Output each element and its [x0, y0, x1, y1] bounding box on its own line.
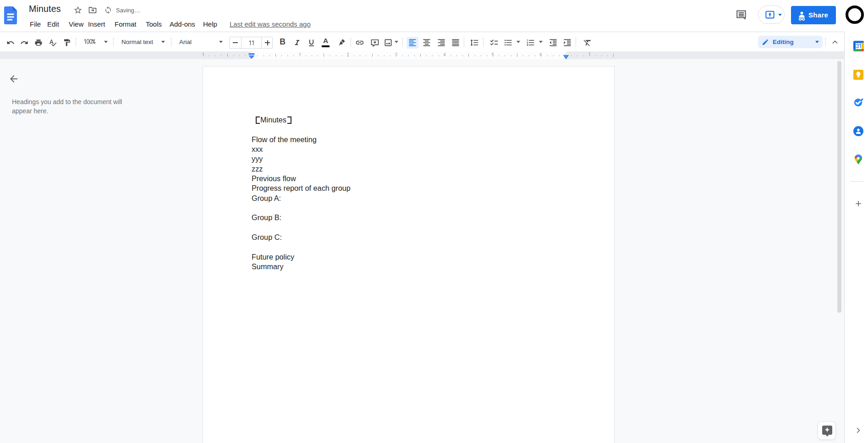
insert-image-icon[interactable] — [384, 38, 393, 47]
menu-tools[interactable]: Tools — [146, 19, 162, 30]
ruler-tick — [360, 55, 360, 57]
checklist-icon[interactable] — [489, 38, 499, 47]
ruler-tick — [269, 55, 270, 57]
font-caret-icon[interactable] — [219, 41, 223, 43]
decrease-indent-icon[interactable] — [549, 38, 558, 47]
explore-button[interactable] — [818, 421, 836, 440]
align-center-icon[interactable] — [422, 38, 431, 47]
last-edit-link[interactable]: Last edit was seconds ago — [230, 19, 311, 29]
ruler-tick — [414, 55, 415, 57]
ruler-margin-number — [202, 53, 204, 56]
account-avatar[interactable] — [846, 6, 864, 24]
document-line[interactable]: yyy — [252, 154, 351, 164]
document-line[interactable]: Group B: — [252, 213, 351, 222]
document-line[interactable]: Flow of the meeting — [252, 135, 351, 144]
align-left-icon[interactable] — [408, 38, 417, 47]
menu-help[interactable]: Help — [203, 19, 217, 30]
insert-link-icon[interactable] — [355, 38, 364, 47]
document-line[interactable]: Summary — [252, 262, 351, 271]
bulleted-list-icon[interactable] — [504, 38, 513, 47]
document-title[interactable]: Minutes — [29, 4, 61, 14]
document-line[interactable]: Future policy — [252, 252, 351, 262]
zoom-select[interactable] — [83, 39, 96, 44]
line-spacing-icon[interactable] — [470, 38, 479, 47]
font-select[interactable]: Arial — [179, 32, 192, 52]
font-size-decrease-button[interactable] — [230, 37, 241, 48]
bold-icon[interactable]: B — [279, 38, 286, 46]
bulleted-list-caret-icon[interactable] — [516, 41, 520, 43]
collapse-toolbar-icon[interactable] — [831, 38, 839, 46]
ruler-tick — [577, 55, 577, 57]
hide-side-panel-icon[interactable] — [854, 426, 862, 434]
document-line[interactable]: zzz — [252, 164, 351, 174]
document-line[interactable] — [252, 125, 351, 134]
numbered-list-caret-icon[interactable] — [539, 41, 543, 43]
comments-icon[interactable] — [736, 10, 747, 20]
ruler-tick — [209, 55, 209, 57]
document-line[interactable]: Minutes — [252, 115, 351, 125]
ruler-tick — [426, 55, 427, 57]
ruler-tick — [287, 55, 288, 57]
paint-format-icon[interactable] — [63, 39, 71, 47]
google-tasks-icon[interactable] — [853, 98, 864, 107]
google-keep-icon[interactable] — [853, 70, 863, 80]
side-panel-divider — [850, 181, 863, 182]
highlight-icon[interactable] — [338, 39, 346, 46]
ruler-tick — [257, 55, 258, 57]
close-outline-icon[interactable] — [8, 73, 19, 84]
google-maps-icon[interactable] — [855, 155, 862, 164]
text-color-button[interactable]: A — [322, 39, 330, 47]
ruler-tick — [595, 55, 596, 57]
numbered-list-icon[interactable] — [526, 38, 535, 47]
document-line[interactable]: xxx — [252, 144, 351, 154]
add-comment-icon[interactable] — [370, 38, 379, 47]
paragraph-style-select[interactable]: Normal text — [121, 32, 153, 52]
document-line[interactable]: Group C: — [252, 233, 351, 242]
menu-view[interactable]: View — [69, 19, 83, 30]
align-justify-icon[interactable] — [451, 38, 460, 47]
google-calendar-icon[interactable] — [853, 41, 864, 51]
undo-icon[interactable] — [6, 39, 15, 47]
document-line[interactable]: Group A: — [252, 194, 351, 203]
zoom-caret-icon[interactable] — [104, 41, 108, 43]
left-indent-marker[interactable] — [248, 53, 255, 59]
move-folder-icon[interactable] — [88, 6, 97, 15]
font-size-increase-button[interactable] — [262, 37, 273, 48]
document-line[interactable]: Previous flow — [252, 174, 351, 183]
menu-insert[interactable]: Insert — [88, 19, 105, 30]
document-line[interactable] — [252, 242, 351, 252]
clear-formatting-icon[interactable] — [583, 38, 592, 47]
menu-edit[interactable]: Edit — [47, 19, 59, 30]
menu-addons[interactable]: Add-ons — [170, 19, 195, 30]
left-lenticular-bracket — [256, 116, 260, 124]
right-indent-marker[interactable] — [563, 55, 569, 60]
document-line[interactable] — [252, 203, 351, 213]
align-right-icon[interactable] — [437, 38, 446, 47]
font-size-input[interactable] — [241, 37, 261, 48]
share-button[interactable]: Share — [791, 6, 836, 24]
document-page[interactable]: Minutes Flow of the meetingxxxyyyzzzPrev… — [203, 66, 615, 443]
menu-format[interactable]: Format — [115, 19, 137, 30]
vertical-scrollbar[interactable] — [837, 61, 841, 313]
spellcheck-icon[interactable] — [49, 39, 57, 47]
document-line[interactable]: Progress report of each group — [252, 183, 351, 193]
menu-file[interactable]: File — [30, 19, 41, 30]
google-contacts-icon[interactable] — [853, 126, 863, 136]
document-line[interactable] — [252, 223, 351, 233]
toolbar-divider — [576, 37, 576, 47]
ruler[interactable] — [0, 51, 844, 59]
increase-indent-icon[interactable] — [563, 38, 572, 47]
redo-icon[interactable] — [20, 39, 28, 47]
mode-editing-button[interactable]: Editing — [758, 36, 823, 48]
italic-icon[interactable] — [293, 39, 302, 47]
ruler-tick — [529, 55, 529, 57]
present-button[interactable] — [758, 6, 785, 24]
star-icon[interactable] — [73, 6, 82, 15]
ruler-tick — [499, 55, 499, 57]
underline-icon[interactable] — [307, 39, 316, 47]
get-addons-icon[interactable] — [854, 199, 863, 208]
image-caret-icon[interactable] — [395, 41, 398, 43]
ruler-tick — [481, 55, 481, 57]
paragraph-style-caret-icon[interactable] — [161, 41, 165, 43]
print-icon[interactable] — [34, 39, 43, 47]
